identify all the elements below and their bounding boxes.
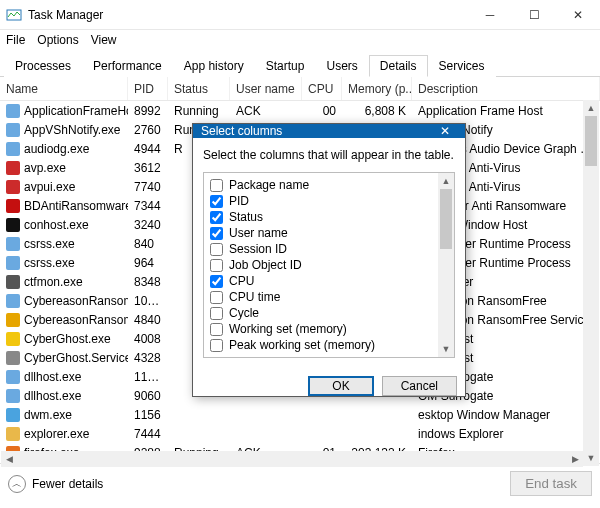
column-option-label: CPU time (229, 290, 280, 304)
horizontal-scrollbar[interactable]: ◀ ▶ (1, 451, 583, 467)
scroll-thumb[interactable] (585, 116, 597, 166)
scroll-up-icon[interactable]: ▲ (583, 100, 599, 116)
maximize-button[interactable]: ☐ (512, 0, 556, 29)
column-checkbox[interactable] (210, 323, 223, 336)
cell-pid: 4840 (128, 313, 168, 327)
col-memory[interactable]: Memory (p... (342, 77, 412, 100)
select-columns-dialog: Select columns ✕ Select the columns that… (192, 123, 466, 397)
menu-view[interactable]: View (91, 33, 117, 47)
scroll-left-icon[interactable]: ◀ (1, 454, 17, 464)
table-row[interactable]: explorer.exe7444indows Explorer (0, 424, 600, 443)
list-item[interactable]: CPU time (206, 289, 452, 305)
process-name: csrss.exe (24, 256, 75, 270)
tab-details[interactable]: Details (369, 55, 428, 77)
column-option-label: Session ID (229, 242, 287, 256)
tab-strip: Processes Performance App history Startu… (0, 50, 600, 77)
cell-pid: 3612 (128, 161, 168, 175)
cell-pid: 10028 (128, 294, 168, 308)
col-status[interactable]: Status (168, 77, 230, 100)
close-button[interactable]: ✕ (556, 0, 600, 29)
cell-memory: 6,808 K (342, 104, 412, 118)
list-item[interactable]: User name (206, 225, 452, 241)
process-icon (6, 294, 20, 308)
table-row[interactable]: ApplicationFrameHo...8992RunningACK006,8… (0, 101, 600, 120)
process-icon (6, 142, 20, 156)
column-checkbox[interactable] (210, 227, 223, 240)
dialog-title-bar[interactable]: Select columns ✕ (193, 124, 465, 138)
list-item[interactable]: Working set (memory) (206, 321, 452, 337)
cell-pid: 4328 (128, 351, 168, 365)
column-option-label: Package name (229, 178, 309, 192)
column-checkbox[interactable] (210, 211, 223, 224)
col-name[interactable]: Name (0, 77, 128, 100)
list-item[interactable]: PID (206, 193, 452, 209)
fewer-details-toggle[interactable]: ︿ Fewer details (8, 475, 103, 493)
ok-button[interactable]: OK (308, 376, 373, 396)
process-icon (6, 313, 20, 327)
column-checkbox[interactable] (210, 259, 223, 272)
table-row[interactable]: dwm.exe1156esktop Window Manager (0, 405, 600, 424)
process-icon (6, 332, 20, 346)
title-bar: Task Manager ─ ☐ ✕ (0, 0, 600, 30)
tab-services[interactable]: Services (428, 55, 496, 77)
list-item[interactable]: CPU (206, 273, 452, 289)
cell-user: ACK (230, 104, 302, 118)
cell-pid: 8348 (128, 275, 168, 289)
process-icon (6, 237, 20, 251)
column-headers: Name PID Status User name CPU Memory (p.… (0, 77, 600, 101)
column-checkbox[interactable] (210, 339, 223, 352)
column-checkbox[interactable] (210, 179, 223, 192)
process-name: CybereasonRansomF... (24, 313, 128, 327)
list-item[interactable]: Cycle (206, 305, 452, 321)
scroll-up-icon[interactable]: ▲ (438, 173, 454, 189)
process-name: CybereasonRansomF... (24, 294, 128, 308)
chevron-up-icon: ︿ (8, 475, 26, 493)
tab-startup[interactable]: Startup (255, 55, 316, 77)
window-controls: ─ ☐ ✕ (468, 0, 600, 29)
col-description[interactable]: Description (412, 77, 600, 100)
scroll-right-icon[interactable]: ▶ (567, 454, 583, 464)
menu-file[interactable]: File (6, 33, 25, 47)
column-option-label: CPU (229, 274, 254, 288)
col-cpu[interactable]: CPU (302, 77, 342, 100)
column-checkbox[interactable] (210, 307, 223, 320)
cell-pid: 840 (128, 237, 168, 251)
process-name: audiodg.exe (24, 142, 89, 156)
process-icon (6, 123, 20, 137)
list-item[interactable]: Job Object ID (206, 257, 452, 273)
dialog-body: Select the columns that will appear in t… (193, 138, 465, 368)
col-user[interactable]: User name (230, 77, 302, 100)
end-task-button[interactable]: End task (510, 471, 592, 496)
cancel-button[interactable]: Cancel (382, 376, 457, 396)
list-item[interactable]: Session ID (206, 241, 452, 257)
list-item[interactable]: Package name (206, 177, 452, 193)
scroll-thumb[interactable] (440, 189, 452, 249)
cell-description: esktop Window Manager (412, 408, 600, 422)
process-icon (6, 218, 20, 232)
process-icon (6, 199, 20, 213)
dialog-buttons: OK Cancel (193, 368, 465, 404)
process-icon (6, 161, 20, 175)
list-item[interactable]: Peak working set (memory) (206, 337, 452, 353)
tab-users[interactable]: Users (315, 55, 368, 77)
tab-app-history[interactable]: App history (173, 55, 255, 77)
tab-performance[interactable]: Performance (82, 55, 173, 77)
column-checkbox[interactable] (210, 291, 223, 304)
menu-options[interactable]: Options (37, 33, 78, 47)
dialog-close-icon[interactable]: ✕ (433, 124, 457, 138)
column-checkbox[interactable] (210, 243, 223, 256)
process-icon (6, 256, 20, 270)
scroll-down-icon[interactable]: ▼ (583, 450, 599, 466)
process-icon (6, 427, 20, 441)
list-item[interactable]: Status (206, 209, 452, 225)
column-checkbox[interactable] (210, 195, 223, 208)
process-name: ApplicationFrameHo... (24, 104, 128, 118)
minimize-button[interactable]: ─ (468, 0, 512, 29)
column-checkbox[interactable] (210, 275, 223, 288)
col-pid[interactable]: PID (128, 77, 168, 100)
checklist-scrollbar[interactable]: ▲ ▼ (438, 173, 454, 357)
tab-processes[interactable]: Processes (4, 55, 82, 77)
scroll-down-icon[interactable]: ▼ (438, 341, 454, 357)
vertical-scrollbar[interactable]: ▲ ▼ (583, 100, 599, 466)
process-icon (6, 370, 20, 384)
